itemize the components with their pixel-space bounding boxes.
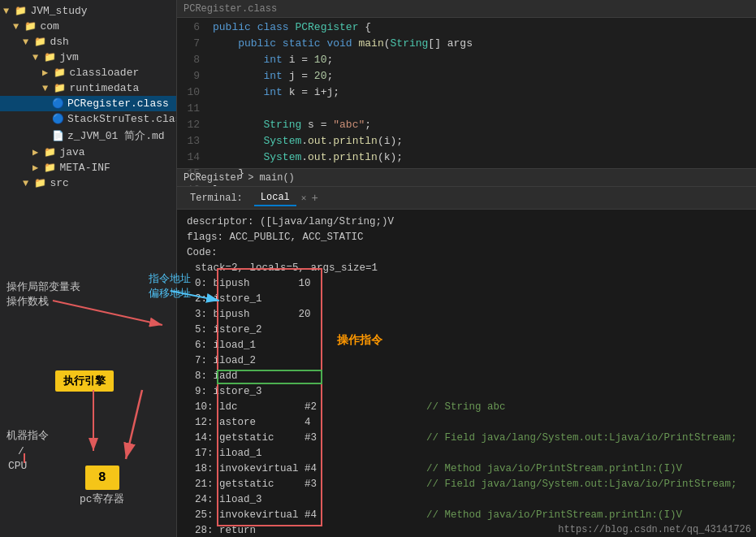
bytecode-10: 10: ldc #2 // String abc — [195, 400, 746, 415]
code-line-12: String s = "abc"; — [213, 117, 756, 133]
tree-label: PCRegister.class — [67, 97, 169, 110]
code-line-10: int k = i+j; — [213, 84, 756, 101]
bytecode-14: 14: getstatic #3 // Field java/lang/Syst… — [195, 431, 746, 446]
folder-icon: ▼ 📁 — [23, 177, 46, 189]
tree-label: jvm — [59, 51, 78, 63]
bytecode-18: 18: invokevirtual #4 // Method java/io/P… — [195, 461, 746, 477]
code-line-11 — [213, 101, 756, 117]
machine-inst-text: 机器指令 — [6, 430, 49, 442]
tree-item-pcregister[interactable]: 🔵 PCRegister.class — [0, 96, 176, 111]
annotation-pc-reg: pc寄存器 — [80, 492, 124, 506]
bytecode-2: 2: istore_1 — [195, 292, 746, 307]
md-file-icon: 📄 — [52, 130, 64, 142]
pc-register-label: 8 — [85, 466, 119, 490]
annotation-local-var-stack: 操作局部变量表 操作数栈 — [6, 280, 80, 310]
terminal-tab-local[interactable]: Local — [254, 190, 296, 206]
slash-annotation: / — [18, 445, 24, 457]
annotation-text-1: 操作局部变量表 — [6, 281, 80, 293]
tree-item-dsh[interactable]: ▼ 📁 dsh — [0, 34, 176, 50]
terminal-area: Terminal: Local ✕ + descriptor: ([Ljava/… — [177, 187, 756, 537]
terminal-output: descriptor: ([Ljava/lang/String;)V flags… — [177, 210, 756, 537]
folder-icon: ▼ 📁 — [42, 82, 66, 94]
bytecode-25: 25: invokevirtual #4 // Method java/io/P… — [195, 508, 746, 523]
source-code: public class PCRegister { public static … — [206, 18, 756, 168]
tree-label: dsh — [50, 36, 68, 48]
tree-label: z_JVM_01 简介.md — [67, 128, 165, 143]
folder-icon: ▼ 📁 — [13, 20, 37, 32]
annotation-text-2: 操作数栈 — [6, 296, 49, 308]
class-file-icon: 🔵 — [52, 97, 64, 110]
terminal-close-button[interactable]: ✕ — [301, 193, 307, 203]
tree-item-metainf[interactable]: ▶ 📁 META-INF — [0, 160, 176, 175]
code-content: 6 7 8 9 10 11 12 13 14 15 16 public clas… — [177, 18, 756, 168]
terminal-tab-label: Terminal: — [184, 191, 249, 206]
tree-item-src[interactable]: ▼ 📁 src — [0, 175, 176, 191]
folder-icon: ▼ 📁 — [3, 5, 27, 17]
terminal-line-4: stack=2, locals=5, args_size=1 — [187, 261, 746, 276]
terminal-line-1: descriptor: ([Ljava/lang/String;)V — [187, 214, 746, 230]
pc-reg-text: pc寄存器 — [80, 493, 124, 505]
bytecode-3: 3: bipush 20 — [195, 307, 746, 323]
exec-engine-label: 执行引擎 — [55, 370, 114, 392]
file-tab-label: PCRegister.class — [184, 3, 277, 15]
blue-label-1: 指令地址 — [149, 273, 191, 285]
tree-item-classloader[interactable]: ▶ 📁 classloader — [0, 65, 176, 80]
cpu-text: CPU — [8, 460, 27, 472]
folder-icon: ▶ 📁 — [32, 146, 56, 158]
code-line-6: public class PCRegister { — [213, 19, 756, 36]
annotation-instruction-addr: 指令地址 偏移地址 — [149, 272, 191, 301]
folder-icon: ▶ 📁 — [32, 162, 56, 174]
bytecode-5: 5: istore_2 — [195, 323, 746, 338]
tree-item-runtimedata[interactable]: ▼ 📁 runtimedata — [0, 80, 176, 96]
tree-label: JVM_study — [30, 5, 87, 17]
code-line-8: int i = 10; — [213, 52, 756, 68]
terminal-new-button[interactable]: + — [311, 192, 318, 205]
tree-label: src — [50, 177, 68, 189]
code-line-14: System.out.println(k); — [213, 149, 756, 166]
bytecode-17: 17: iload_1 — [195, 446, 746, 461]
bytecode-0: 0: bipush 10 — [195, 276, 746, 292]
folder-icon: ▼ 📁 — [23, 36, 46, 48]
tree-label: classloader — [69, 67, 139, 79]
pc-register-box: 8 — [85, 466, 119, 490]
bytecode-21: 21: getstatic #3 // Field java/lang/Syst… — [195, 477, 746, 492]
bytecode-9: 9: istore_3 — [195, 384, 746, 400]
tree-item-java[interactable]: ▶ 📁 java — [0, 145, 176, 160]
bytecode-12: 12: astore 4 — [195, 415, 746, 431]
tree-label: META-INF — [59, 162, 110, 174]
editor-tab: PCRegister.class — [177, 0, 756, 18]
terminal-tabs-bar: Terminal: Local ✕ + — [177, 187, 756, 210]
folder-icon: ▼ 📁 — [32, 51, 56, 63]
bytecode-6: 6: iload_1 — [195, 338, 746, 353]
tree-item-jvm[interactable]: ▼ 📁 jvm — [0, 50, 176, 65]
watermark-text: https://blog.csdn.net/qq_43141726 — [558, 524, 751, 535]
tree-label: java — [59, 146, 84, 158]
tree-item-zjvm[interactable]: 📄 z_JVM_01 简介.md — [0, 127, 176, 145]
watermark: https://blog.csdn.net/qq_43141726 — [553, 522, 756, 537]
code-line-7: public static void main(String[] args — [213, 36, 756, 52]
tree-label: runtimedata — [69, 82, 139, 94]
bytecode-7: 7: iload_2 — [195, 353, 746, 369]
annotation-cpu: CPU — [8, 460, 27, 472]
annotation-operation-instruction: 操作指令 — [337, 333, 382, 348]
tree-item-com[interactable]: ▼ 📁 com — [0, 19, 176, 34]
terminal-line-2: flags: ACC_PUBLIC, ACC_STATIC — [187, 230, 746, 245]
tree-label: com — [40, 20, 58, 32]
orange-label: 操作指令 — [337, 334, 382, 347]
annotation-machine-inst: 机器指令 — [6, 428, 49, 443]
code-line-13: System.out.println(i); — [213, 133, 756, 149]
tree-item-jvm-study[interactable]: ▼ 📁 JVM_study — [0, 3, 176, 19]
tree-label: StackStruTest.class — [67, 113, 177, 125]
code-line-9: int j = 20; — [213, 68, 756, 84]
line-numbers: 6 7 8 9 10 11 12 13 14 15 16 — [177, 18, 206, 168]
blue-label-2: 偏移地址 — [149, 288, 191, 300]
bytecode-8: 8: iadd — [195, 369, 746, 384]
breadcrumb-text: PCRegister > main() — [184, 172, 295, 184]
folder-icon: ▶ 📁 — [42, 67, 66, 79]
exec-engine-box: 执行引擎 — [55, 370, 114, 392]
tree-item-stackstru[interactable]: 🔵 StackStruTest.class — [0, 111, 176, 127]
bytecode-24: 24: iload_3 — [195, 492, 746, 508]
sidebar: ▼ 📁 JVM_study ▼ 📁 com ▼ 📁 dsh ▼ 📁 jvm ▶ … — [0, 0, 177, 537]
class-file-icon: 🔵 — [52, 113, 64, 125]
code-editor: PCRegister.class 6 7 8 9 10 11 12 13 14 … — [177, 0, 756, 187]
